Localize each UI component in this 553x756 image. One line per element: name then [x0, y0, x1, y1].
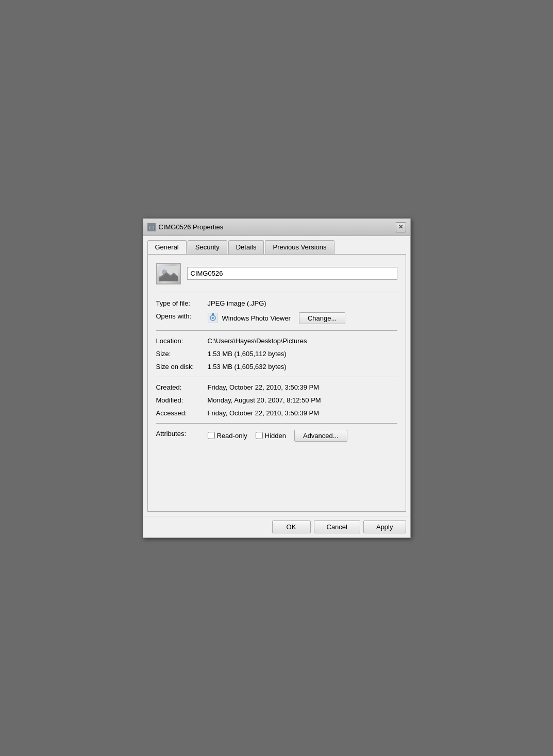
ok-button[interactable]: OK: [272, 520, 311, 533]
title-bar: CIMG0526 Properties ✕: [143, 219, 410, 236]
location-label: Location:: [156, 337, 208, 345]
tab-general[interactable]: General: [147, 240, 187, 254]
attributes-label: Attributes:: [156, 430, 208, 438]
size-on-disk-value: 1.53 MB (1,605,632 bytes): [208, 363, 287, 371]
tab-security[interactable]: Security: [188, 240, 227, 254]
accessed-label: Accessed:: [156, 409, 208, 417]
opens-with-label: Opens with:: [156, 312, 208, 320]
readonly-checkbox[interactable]: [208, 432, 215, 439]
tab-content-general: Type of file: JPEG image (.JPG) Opens wi…: [147, 254, 406, 512]
file-name-input[interactable]: [187, 267, 397, 280]
size-on-disk-row: Size on disk: 1.53 MB (1,605,632 bytes): [156, 363, 397, 371]
title-bar-left: CIMG0526 Properties: [147, 223, 224, 231]
location-row: Location: C:\Users\Hayes\Desktop\Picture…: [156, 337, 397, 345]
size-on-disk-label: Size on disk:: [156, 363, 208, 371]
svg-point-10: [212, 317, 214, 319]
type-row: Type of file: JPEG image (.JPG): [156, 299, 397, 307]
window-title: CIMG0526 Properties: [159, 223, 224, 231]
change-button[interactable]: Change...: [299, 312, 345, 324]
attributes-row: Attributes: Read-only Hidden Advanced...: [156, 430, 397, 442]
file-header: [156, 263, 397, 284]
properties-window: CIMG0526 Properties ✕ General Security D…: [143, 219, 411, 538]
readonly-checkbox-label[interactable]: Read-only: [208, 432, 247, 440]
size-row: Size: 1.53 MB (1,605,112 bytes): [156, 350, 397, 358]
type-value: JPEG image (.JPG): [208, 299, 266, 307]
apply-button[interactable]: Apply: [363, 520, 406, 533]
bottom-buttons: OK Cancel Apply: [143, 516, 410, 537]
created-label: Created:: [156, 383, 208, 391]
file-thumbnail: [156, 263, 181, 284]
attributes-controls: Read-only Hidden Advanced...: [208, 430, 347, 442]
tab-bar: General Security Details Previous Versio…: [147, 240, 406, 254]
type-label: Type of file:: [156, 299, 208, 307]
photo-viewer-icon: [208, 313, 218, 323]
hidden-checkbox-label[interactable]: Hidden: [256, 432, 286, 440]
window-content: General Security Details Previous Versio…: [143, 236, 410, 516]
divider-3: [156, 377, 397, 377]
modified-label: Modified:: [156, 396, 208, 404]
readonly-label: Read-only: [217, 432, 247, 440]
tab-previous-versions[interactable]: Previous Versions: [265, 240, 334, 254]
window-icon: [147, 223, 156, 231]
cancel-button[interactable]: Cancel: [314, 520, 360, 533]
modified-row: Modified: Monday, August 20, 2007, 8:12:…: [156, 396, 397, 404]
hidden-label: Hidden: [265, 432, 286, 440]
location-value: C:\Users\Hayes\Desktop\Pictures: [208, 337, 307, 345]
created-row: Created: Friday, October 22, 2010, 3:50:…: [156, 383, 397, 391]
accessed-value: Friday, October 22, 2010, 3:50:39 PM: [208, 409, 320, 417]
divider-4: [156, 423, 397, 424]
accessed-row: Accessed: Friday, October 22, 2010, 3:50…: [156, 409, 397, 417]
created-value: Friday, October 22, 2010, 3:50:39 PM: [208, 383, 320, 391]
divider-1: [156, 293, 397, 293]
hidden-checkbox[interactable]: [256, 432, 263, 439]
opens-with-value: Windows Photo Viewer: [222, 314, 291, 322]
svg-rect-11: [212, 313, 214, 315]
tab-details[interactable]: Details: [228, 240, 264, 254]
size-label: Size:: [156, 350, 208, 358]
size-value: 1.53 MB (1,605,112 bytes): [208, 350, 287, 358]
opens-with-content: Windows Photo Viewer Change...: [208, 312, 346, 324]
close-button[interactable]: ✕: [396, 222, 406, 232]
svg-rect-2: [149, 226, 154, 229]
advanced-button[interactable]: Advanced...: [294, 430, 347, 442]
opens-with-row: Opens with: Windows Photo Viewer Change.…: [156, 312, 397, 324]
modified-value: Monday, August 20, 2007, 8:12:50 PM: [208, 396, 321, 404]
divider-2: [156, 330, 397, 331]
